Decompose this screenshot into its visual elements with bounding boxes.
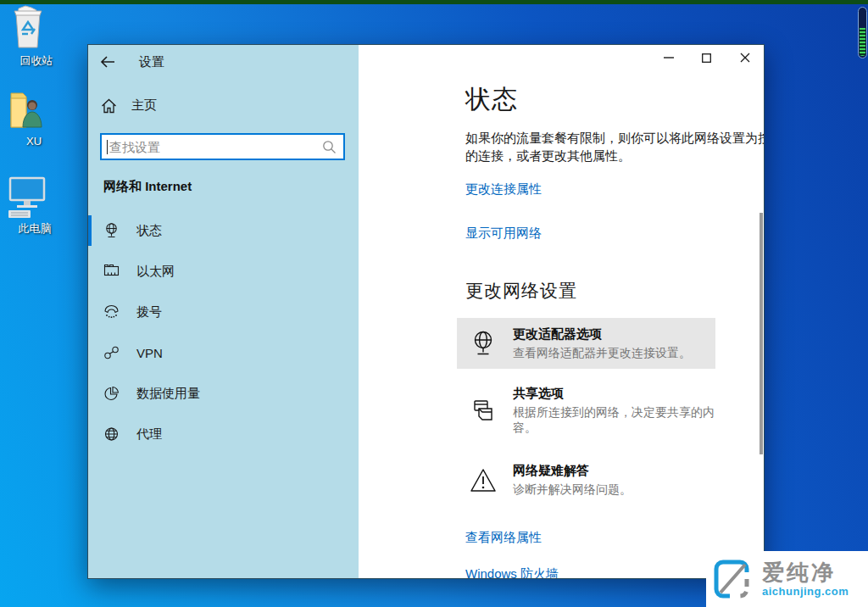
settings-window: 设置 主页 网络和 Internet [87, 44, 765, 579]
titlebar: 设置 [88, 45, 164, 79]
search-icon[interactable] [322, 140, 337, 154]
setting-title: 更改适配器选项 [513, 326, 691, 342]
proxy-icon [103, 426, 120, 443]
desktop-icon-this-pc[interactable]: 此电脑 [5, 175, 64, 237]
section-title: 更改网络设置 [465, 279, 764, 303]
network-status-icon [103, 222, 120, 239]
dialup-icon [103, 304, 120, 320]
sidebar-item-data-usage[interactable]: 数据使用量 [88, 377, 359, 409]
watermark-title: 爱纯净 [762, 561, 849, 583]
setting-row-sharing-options[interactable]: 共享选项 根据所连接到的网络，决定要共享的内容。 [457, 377, 715, 444]
scrollbar-thumb[interactable] [760, 213, 763, 454]
window-title: 设置 [139, 54, 164, 70]
link-view-network-properties[interactable]: 查看网络属性 [465, 530, 542, 546]
sidebar-item-vpn[interactable]: VPN [88, 337, 359, 369]
sidebar-item-dialup[interactable]: 拨号 [88, 296, 359, 328]
back-arrow-icon [100, 56, 115, 68]
page-title: 状态 [465, 82, 764, 117]
search-input[interactable] [109, 140, 322, 154]
sidebar-item-status[interactable]: 状态 [88, 214, 359, 247]
desktop-icon-recycle-bin[interactable]: 回收站 [7, 5, 66, 69]
setting-desc: 查看网络适配器并更改连接设置。 [513, 346, 691, 361]
setting-desc: 诊断并解决网络问题。 [513, 482, 632, 498]
sidebar-item-home[interactable]: 主页 [101, 97, 157, 114]
sidebar-home-label: 主页 [131, 97, 157, 114]
settings-sidebar: 设置 主页 网络和 Internet [88, 45, 359, 578]
troubleshoot-warning-icon [469, 467, 498, 494]
progress-fill [860, 28, 865, 56]
vpn-icon [103, 344, 120, 361]
sidebar-item-label: 以太网 [136, 264, 175, 280]
sidebar-item-label: 拨号 [136, 304, 162, 320]
user-folder-icon [4, 88, 64, 132]
watermark-logo-icon [711, 557, 755, 601]
sidebar-item-label: 状态 [136, 223, 162, 239]
side-progress-indicator [858, 7, 867, 58]
back-button[interactable] [88, 48, 127, 75]
sidebar-item-proxy[interactable]: 代理 [88, 418, 359, 450]
status-page: 状态 如果你的流量套餐有限制，则你可以将此网络设置为按流量计费的连接，或者更改其… [465, 45, 764, 578]
sidebar-section-label: 网络和 Internet [103, 179, 192, 195]
adapter-icon [469, 330, 498, 357]
ethernet-icon [103, 263, 120, 280]
setting-row-network-troubleshooter[interactable]: 网络疑难解答 诊断并解决网络问题。 [457, 454, 715, 506]
screen-top-strip [0, 0, 868, 4]
setting-row-change-adapter-options[interactable]: 更改适配器选项 查看网络适配器并更改连接设置。 [457, 318, 715, 369]
text-caret [107, 140, 108, 154]
setting-desc: 根据所连接到的网络，决定要共享的内容。 [513, 405, 715, 436]
desktop-icon-user-folder[interactable]: XU [4, 88, 64, 148]
search-box[interactable] [100, 133, 345, 160]
home-icon [101, 98, 117, 114]
link-windows-firewall[interactable]: Windows 防火墙 [465, 566, 559, 578]
watermark-domain: aichunjing.com [762, 585, 849, 598]
desktop-icon-label: 此电脑 [5, 221, 64, 237]
settings-main-pane: 状态 如果你的流量套餐有限制，则你可以将此网络设置为按流量计费的连接，或者更改其… [359, 45, 764, 578]
link-show-available-networks[interactable]: 显示可用网络 [465, 226, 542, 242]
link-change-connection-properties[interactable]: 更改连接属性 [465, 181, 542, 198]
desktop-icon-label: XU [4, 135, 64, 148]
this-pc-icon [5, 175, 64, 219]
sidebar-item-label: 数据使用量 [136, 386, 200, 402]
setting-title: 共享选项 [513, 386, 715, 402]
sidebar-item-label: 代理 [136, 426, 162, 443]
recycle-bin-icon [7, 5, 66, 51]
page-description: 如果你的流量套餐有限制，则你可以将此网络设置为按流量计费的连接，或者更改其他属性… [465, 129, 764, 164]
data-usage-icon [103, 385, 120, 402]
desktop-icon-label: 回收站 [7, 53, 66, 69]
sidebar-item-ethernet[interactable]: 以太网 [88, 255, 359, 287]
setting-title: 网络疑难解答 [513, 463, 632, 479]
sharing-icon [469, 398, 498, 425]
watermark: 爱纯净 aichunjing.com [706, 551, 868, 607]
sidebar-nav: 状态 以太网 拨号 V [88, 214, 359, 459]
sidebar-item-label: VPN [136, 346, 163, 360]
